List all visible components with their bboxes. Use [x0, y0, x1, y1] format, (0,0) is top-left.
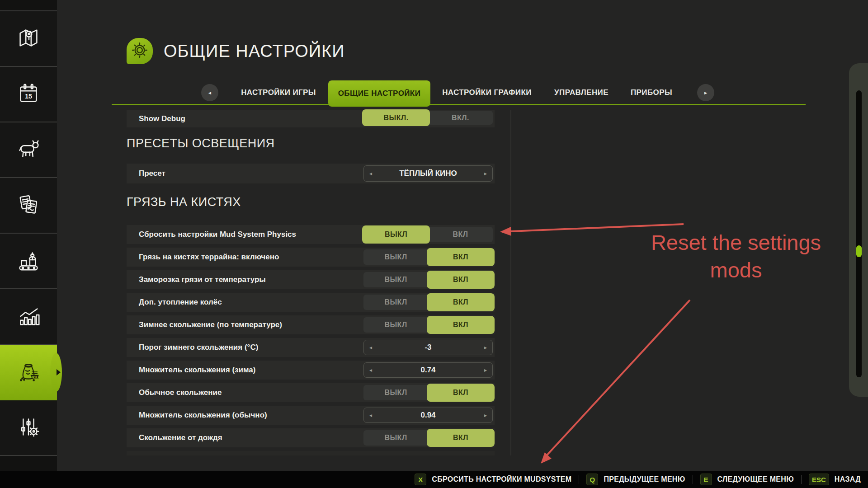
- scrollbar-track[interactable]: [856, 90, 862, 377]
- setting-row-slip-multiplier-normal: Множитель скольжения (обычно) ◂ 0.94 ▸: [127, 406, 495, 425]
- setting-row-winter-slip: Зимнее скольжение (по температуре) ВЫКЛ …: [127, 315, 495, 334]
- setting-row-show-debug: Show Debug ВЫКЛ. ВКЛ.: [127, 110, 495, 127]
- keybind-reset-mudsystem[interactable]: X СБРОСИТЬ НАСТРОЙКИ MUDSYSTEM: [415, 474, 571, 485]
- section-lighting-presets: ПРЕСЕТЫ ОСВЕЩЕНИЯ: [127, 136, 275, 150]
- sidebar: 15: [0, 0, 57, 488]
- toggle-off-button[interactable]: ВЫКЛ: [363, 430, 428, 446]
- keybind-separator: [579, 475, 579, 484]
- sidebar-item-production[interactable]: [0, 234, 57, 289]
- calendar-icon: 15: [14, 80, 42, 109]
- toggle-winter-slip: ВЫКЛ ВКЛ: [363, 317, 493, 333]
- toggle-show-debug: ВЫКЛ. ВКЛ.: [363, 111, 493, 125]
- selector-value: -3: [425, 343, 431, 352]
- toggle-on-button[interactable]: ВКЛ: [427, 429, 495, 447]
- key-esc-badge: ESC: [809, 474, 829, 485]
- selector-right-arrow-icon[interactable]: ▸: [480, 166, 491, 181]
- toggle-on-button[interactable]: ВКЛ: [427, 384, 495, 402]
- tabs-prev-button[interactable]: ◄: [201, 84, 218, 101]
- toggle-off-button[interactable]: ВЫКЛ: [363, 317, 428, 333]
- keybind-back[interactable]: ESC НАЗАД: [809, 474, 861, 485]
- selector-right-arrow-icon[interactable]: ▸: [480, 408, 491, 422]
- annotation-text: Reset the settings mods: [634, 229, 838, 284]
- toggle-off-button[interactable]: ВЫКЛ: [363, 249, 428, 265]
- sidebar-item-calendar[interactable]: 15: [0, 67, 57, 122]
- setting-row-rain-slip: Скольжение от дождя ВЫКЛ ВКЛ: [127, 428, 495, 447]
- selector-preset: ◂ ТЁПЛЫЙ КИНО ▸: [363, 165, 493, 182]
- selected-indicator-icon: [57, 369, 61, 375]
- settings-badge: [127, 38, 153, 64]
- toggle-on-button[interactable]: ВКЛ: [427, 248, 495, 266]
- toggle-wheel-sinking: ВЫКЛ ВКЛ: [363, 295, 493, 310]
- toggle-off-button[interactable]: ВЫКЛ: [363, 295, 428, 310]
- statistics-icon: [14, 302, 42, 332]
- selector-value: 0.94: [420, 411, 435, 420]
- selector-right-arrow-icon[interactable]: ▸: [480, 340, 491, 355]
- scrollbar-thumb[interactable]: [856, 245, 862, 257]
- toggle-on-button[interactable]: ВКЛ: [427, 316, 495, 334]
- prices-icon: 12345 L: [14, 357, 42, 387]
- setting-row-slip-multiplier-winter: Множитель скольжения (зима) ◂ 0.74 ▸: [127, 361, 495, 380]
- chevron-right-icon: ►: [703, 90, 708, 95]
- selector-slip-multiplier-normal: ◂ 0.94 ▸: [363, 408, 493, 423]
- toggle-normal-slip: ВЫКЛ ВКЛ: [363, 385, 493, 400]
- selector-slip-multiplier-winter: ◂ 0.74 ▸: [363, 362, 493, 378]
- page-title: ОБЩИЕ НАСТРОЙКИ: [164, 42, 345, 61]
- selector-left-arrow-icon[interactable]: ◂: [365, 166, 377, 181]
- selector-left-arrow-icon[interactable]: ◂: [365, 340, 377, 355]
- toggle-on-button[interactable]: ВКЛ: [428, 227, 493, 242]
- toggle-on-button[interactable]: ВКЛ.: [428, 111, 493, 125]
- toggle-off-button[interactable]: ВЫКЛ: [363, 385, 428, 400]
- toggle-terrain-mud: ВЫКЛ ВКЛ: [363, 249, 493, 265]
- toggle-off-button[interactable]: ВЫКЛ.: [362, 109, 430, 126]
- map-icon: [14, 24, 42, 54]
- keybind-previous-menu[interactable]: Q ПРЕДЫДУЩЕЕ МЕНЮ: [586, 474, 685, 485]
- toggle-rain-slip: ВЫКЛ ВКЛ: [363, 430, 493, 446]
- animals-icon: [14, 135, 42, 165]
- tab-graphics-settings[interactable]: НАСТРОЙКИ ГРАФИКИ: [442, 80, 532, 105]
- content-divider: [510, 110, 511, 455]
- toggle-on-button[interactable]: ВКЛ: [427, 271, 495, 289]
- keybind-separator: [801, 475, 802, 484]
- svg-text:15: 15: [25, 92, 32, 99]
- tuning-icon: [14, 413, 42, 443]
- key-q-badge: Q: [586, 474, 598, 485]
- tab-general-settings[interactable]: ОБЩИЕ НАСТРОЙКИ: [328, 80, 430, 107]
- bottom-keybind-bar: X СБРОСИТЬ НАСТРОЙКИ MUDSYSTEM Q ПРЕДЫДУ…: [0, 471, 868, 488]
- toggle-off-button[interactable]: ВЫКЛ: [362, 225, 430, 244]
- selector-left-arrow-icon[interactable]: ◂: [365, 363, 377, 377]
- keybind-next-menu[interactable]: E СЛЕДУЮЩЕЕ МЕНЮ: [700, 474, 794, 485]
- sidebar-item-tuning[interactable]: [0, 400, 57, 456]
- contracts-icon: [14, 191, 42, 221]
- sidebar-item-map[interactable]: [0, 11, 57, 67]
- setting-row-terrain-mud: Грязь на кистях террайна: включено ВЫКЛ …: [127, 248, 495, 267]
- setting-row-reset-mud-physics: Сбросить настройки Mud System Physics ВЫ…: [127, 225, 495, 244]
- selector-value: 0.74: [420, 366, 435, 375]
- sidebar-item-animals[interactable]: [0, 122, 57, 178]
- keybind-separator: [693, 475, 693, 484]
- toggle-reset-mud-physics: ВЫКЛ ВКЛ: [363, 227, 493, 242]
- tabs-next-button[interactable]: ►: [697, 84, 714, 101]
- setting-row-winter-slip-threshold: Порог зимнего скольжения (°C) ◂ -3 ▸: [127, 338, 495, 357]
- setting-row-wheel-sinking: Доп. утопление колёс ВЫКЛ ВКЛ: [127, 293, 495, 312]
- svg-text:12345 L: 12345 L: [30, 375, 40, 378]
- production-icon: [14, 246, 42, 276]
- sidebar-item-prices[interactable]: 12345 L: [0, 345, 57, 400]
- tab-controls[interactable]: УПРАВЛЕНИЕ: [550, 80, 613, 105]
- tab-devices[interactable]: ПРИБОРЫ: [627, 80, 676, 105]
- toggle-mud-freeze: ВЫКЛ ВКЛ: [363, 272, 493, 287]
- clipped-next-row: [127, 451, 495, 455]
- setting-row-normal-slip: Обычное скольжение ВЫКЛ ВКЛ: [127, 383, 495, 402]
- key-x-badge: X: [415, 474, 426, 485]
- selector-right-arrow-icon[interactable]: ▸: [480, 363, 491, 377]
- setting-row-mud-freeze: Заморозка грязи от температуры ВЫКЛ ВКЛ: [127, 270, 495, 289]
- selector-left-arrow-icon[interactable]: ◂: [365, 408, 377, 422]
- setting-row-preset: Пресет ◂ ТЁПЛЫЙ КИНО ▸: [127, 164, 495, 183]
- sidebar-item-statistics[interactable]: [0, 289, 57, 345]
- gear-icon: [130, 40, 150, 62]
- sidebar-item-contracts[interactable]: [0, 178, 57, 234]
- tab-game-settings[interactable]: НАСТРОЙКИ ИГРЫ: [242, 80, 315, 105]
- key-e-badge: E: [700, 474, 712, 485]
- toggle-on-button[interactable]: ВКЛ: [427, 293, 495, 311]
- section-mud-on-brushes: ГРЯЗЬ НА КИСТЯХ: [127, 195, 241, 209]
- toggle-off-button[interactable]: ВЫКЛ: [363, 272, 428, 287]
